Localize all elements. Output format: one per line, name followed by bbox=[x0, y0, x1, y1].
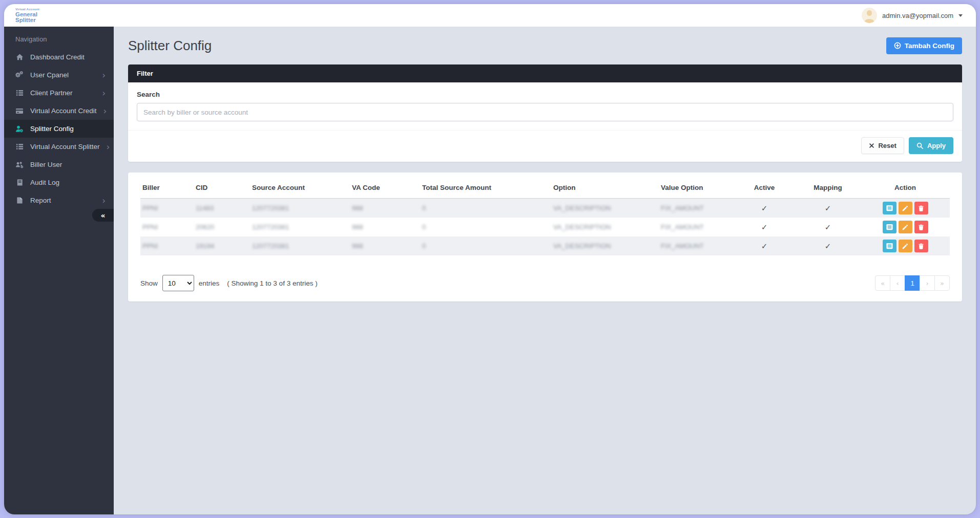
delete-button[interactable] bbox=[914, 221, 928, 233]
brand-line-small: Virtual Account bbox=[15, 8, 39, 11]
pagination-page-1-button[interactable]: 1 bbox=[905, 275, 920, 291]
app-logo[interactable]: Virtual Account General Splitter bbox=[15, 8, 39, 24]
col-active: Active bbox=[734, 176, 795, 199]
cell-total-source-amount: 0 bbox=[422, 242, 426, 250]
show-label: Show bbox=[140, 279, 158, 287]
col-value-option: Value Option bbox=[659, 176, 734, 199]
pagination: « ‹ 1 › » bbox=[875, 275, 950, 291]
edit-button[interactable] bbox=[899, 202, 912, 214]
chevron-right-icon: › bbox=[103, 107, 107, 115]
sidebar-collapse-button[interactable]: « bbox=[92, 209, 114, 222]
page-title: Splitter Config bbox=[128, 38, 212, 54]
cell-biller: PPNI bbox=[142, 242, 158, 250]
col-biller: Biller bbox=[140, 176, 194, 199]
table-row: PPNI 19194 1207720381 988 0 VA_DESCRIPTI… bbox=[140, 236, 950, 255]
search-label: Search bbox=[137, 91, 953, 98]
col-total-source-amount: Total Source Amount bbox=[420, 176, 551, 199]
delete-button[interactable] bbox=[914, 240, 928, 252]
pagination-prev-button[interactable]: ‹ bbox=[890, 275, 905, 291]
collapse-icon: « bbox=[100, 211, 105, 220]
brand-line-splitter: Splitter bbox=[15, 17, 39, 24]
detail-button[interactable] bbox=[883, 240, 896, 252]
mapping-check-icon: ✓ bbox=[825, 223, 831, 232]
cell-value-option: FIX_AMOUNT bbox=[661, 223, 704, 231]
sidebar-item-client-partner[interactable]: Client Partner › bbox=[4, 84, 114, 102]
caret-down-icon bbox=[958, 14, 963, 17]
cell-option: VA_DESCRIPTION bbox=[553, 223, 611, 231]
active-check-icon: ✓ bbox=[761, 242, 768, 251]
page-size-select[interactable]: 10 bbox=[162, 275, 194, 291]
cell-option: VA_DESCRIPTION bbox=[553, 242, 611, 250]
main-content: Splitter Config Tambah Config Filter Sea… bbox=[114, 27, 976, 514]
cell-option: VA_DESCRIPTION bbox=[553, 204, 611, 212]
cell-total-source-amount: 0 bbox=[422, 204, 426, 212]
sidebar-item-dashboard-credit[interactable]: Dashboard Credit bbox=[4, 48, 114, 66]
cell-source-account: 1207720381 bbox=[252, 204, 289, 212]
search-input[interactable] bbox=[137, 103, 953, 121]
reset-button[interactable]: Reset bbox=[861, 137, 904, 154]
gears-icon bbox=[15, 71, 24, 79]
cell-cid: 11483 bbox=[196, 204, 214, 212]
filter-panel-title: Filter bbox=[128, 64, 962, 82]
sidebar-item-virtual-account-splitter[interactable]: Virtual Account Splitter › bbox=[4, 138, 114, 156]
splitter-config-table-card: Biller CID Source Account VA Code Total … bbox=[128, 172, 962, 301]
sidebar-item-audit-log[interactable]: Audit Log bbox=[4, 174, 114, 191]
sidebar: Navigation Dashboard Credit bbox=[4, 27, 114, 514]
delete-button[interactable] bbox=[914, 202, 928, 214]
pagination-first-button[interactable]: « bbox=[875, 275, 890, 291]
cell-va-code: 988 bbox=[352, 242, 363, 250]
table-header-row: Biller CID Source Account VA Code Total … bbox=[140, 176, 950, 199]
cell-value-option: FIX_AMOUNT bbox=[661, 242, 704, 250]
splitter-config-table: Biller CID Source Account VA Code Total … bbox=[140, 176, 950, 255]
filter-panel: Filter Search Reset Apply bbox=[128, 64, 962, 162]
showing-entries-text: ( Showing 1 to 3 of 3 entries ) bbox=[227, 279, 317, 287]
cell-total-source-amount: 0 bbox=[422, 223, 426, 231]
sidebar-item-biller-user[interactable]: Biller User bbox=[4, 156, 114, 174]
chevron-right-icon: › bbox=[102, 197, 106, 204]
col-cid: CID bbox=[194, 176, 250, 199]
topbar: Virtual Account General Splitter admin.v… bbox=[4, 4, 976, 27]
table-row: PPNI 11483 1207720381 988 0 VA_DESCRIPTI… bbox=[140, 199, 950, 218]
detail-button[interactable] bbox=[883, 221, 896, 233]
active-check-icon: ✓ bbox=[761, 223, 768, 232]
user-menu[interactable]: admin.va@yopmail.com bbox=[862, 8, 963, 23]
add-config-button[interactable]: Tambah Config bbox=[886, 37, 962, 54]
col-mapping: Mapping bbox=[795, 176, 861, 199]
detail-button[interactable] bbox=[883, 202, 896, 214]
active-check-icon: ✓ bbox=[761, 204, 768, 213]
apply-button[interactable]: Apply bbox=[909, 137, 953, 154]
users-gear-icon bbox=[15, 161, 24, 169]
file-icon bbox=[15, 197, 24, 205]
sidebar-item-report[interactable]: Report › bbox=[4, 191, 114, 209]
cell-value-option: FIX_AMOUNT bbox=[661, 204, 704, 212]
col-va-code: VA Code bbox=[350, 176, 420, 199]
cell-source-account: 1207720381 bbox=[252, 242, 289, 250]
app-window: Virtual Account General Splitter admin.v… bbox=[4, 4, 976, 514]
list-icon bbox=[15, 89, 24, 97]
col-option: Option bbox=[551, 176, 659, 199]
sidebar-item-splitter-config[interactable]: Splitter Config bbox=[4, 120, 114, 138]
sidebar-item-virtual-account-credit[interactable]: Virtual Account Credit › bbox=[4, 102, 114, 120]
col-source-account: Source Account bbox=[250, 176, 350, 199]
sidebar-section-label: Navigation bbox=[4, 27, 114, 48]
cell-source-account: 1207720381 bbox=[252, 223, 289, 231]
sidebar-item-user-cpanel[interactable]: User Cpanel › bbox=[4, 66, 114, 84]
edit-button[interactable] bbox=[899, 240, 912, 252]
plus-circle-icon bbox=[894, 42, 901, 49]
log-book-icon bbox=[15, 179, 24, 187]
cell-biller: PPNI bbox=[142, 223, 158, 231]
cell-biller: PPNI bbox=[142, 204, 158, 212]
pagination-next-button[interactable]: › bbox=[920, 275, 935, 291]
user-gear-icon bbox=[15, 125, 24, 133]
edit-button[interactable] bbox=[899, 221, 912, 233]
table-row: PPNI 20620 1207720381 988 0 VA_DESCRIPTI… bbox=[140, 218, 950, 236]
search-icon bbox=[916, 142, 924, 149]
pagination-last-button[interactable]: » bbox=[934, 275, 950, 291]
credit-card-icon bbox=[15, 107, 24, 115]
user-email: admin.va@yopmail.com bbox=[882, 12, 953, 19]
cell-cid: 20620 bbox=[196, 223, 214, 231]
avatar bbox=[862, 8, 877, 23]
chevron-right-icon: › bbox=[102, 72, 106, 79]
entries-label: entries bbox=[199, 279, 220, 287]
cell-va-code: 988 bbox=[352, 223, 363, 231]
